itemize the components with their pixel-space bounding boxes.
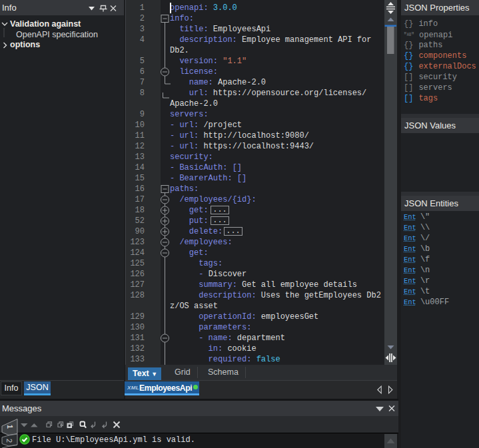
svg-text:1: 1	[6, 425, 14, 429]
svg-text:2: 2	[5, 439, 13, 443]
